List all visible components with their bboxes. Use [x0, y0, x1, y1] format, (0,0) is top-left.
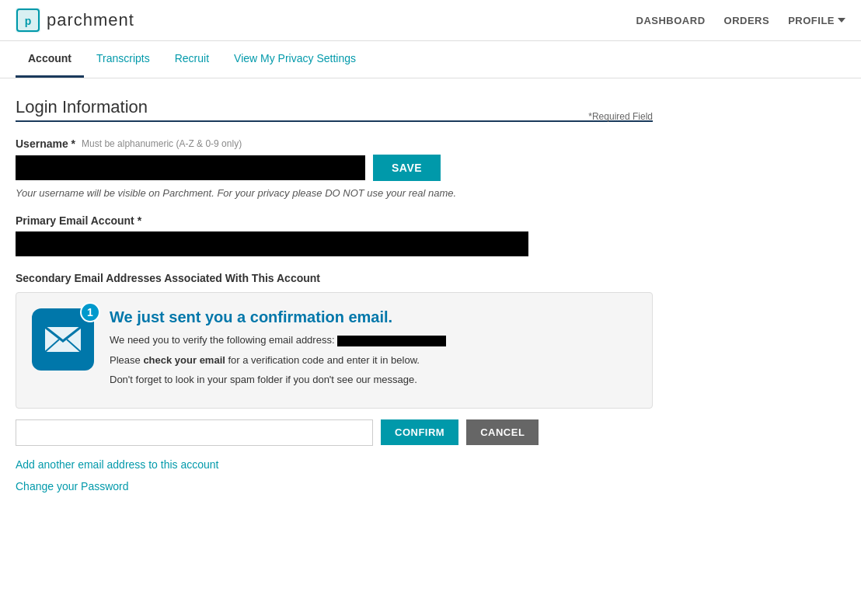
nav-profile[interactable]: PROFILE	[788, 15, 845, 26]
email-icon	[44, 324, 82, 355]
username-label: Username * Must be alphanumeric (A-Z & 0…	[16, 137, 653, 150]
nav-dashboard[interactable]: DASHBOARD	[636, 15, 706, 26]
primary-email-label: Primary Email Account *	[16, 214, 653, 227]
main-content: Login Information *Required Field Userna…	[0, 78, 668, 520]
confirmation-line2: Please check your email for a verificati…	[110, 353, 446, 368]
privacy-note: Your username will be visible on Parchme…	[16, 187, 653, 199]
subnav-privacy[interactable]: View My Privacy Settings	[221, 41, 368, 78]
profile-dropdown-arrow	[838, 18, 845, 23]
add-email-link[interactable]: Add another email address to this accoun…	[16, 458, 653, 471]
save-button[interactable]: SAVE	[373, 155, 441, 181]
confirmation-text: We just sent you a confirmation email. W…	[110, 308, 446, 392]
username-row: SAVE	[16, 155, 653, 181]
username-field-group: Username * Must be alphanumeric (A-Z & 0…	[16, 137, 653, 199]
username-input[interactable]	[16, 155, 365, 180]
confirmation-line1: We need you to verify the following emai…	[110, 332, 446, 348]
confirmation-line3: Don't forget to look in your spam folder…	[110, 372, 446, 388]
sub-navigation: Account Transcripts Recruit View My Priv…	[0, 41, 861, 78]
verification-code-input[interactable]	[16, 419, 373, 446]
nav-orders[interactable]: ORDERS	[724, 15, 770, 26]
subnav-account[interactable]: Account	[16, 41, 84, 78]
login-section: Login Information *Required Field Userna…	[16, 97, 653, 256]
logo: p parchment	[16, 8, 134, 33]
change-password-link[interactable]: Change your Password	[16, 480, 653, 492]
verify-row: CONFIRM CANCEL	[16, 419, 653, 446]
secondary-email-label: Secondary Email Addresses Associated Wit…	[16, 272, 653, 284]
top-nav: DASHBOARD ORDERS PROFILE	[636, 15, 845, 26]
cancel-button[interactable]: CANCEL	[466, 419, 539, 445]
confirmation-box: 1 We just sent you a confirmation email.…	[16, 292, 653, 409]
primary-email-field-group: Primary Email Account *	[16, 214, 653, 256]
redacted-email	[337, 336, 446, 346]
secondary-email-section: Secondary Email Addresses Associated Wit…	[16, 272, 653, 446]
confirm-button[interactable]: CONFIRM	[381, 419, 458, 445]
subnav-recruit[interactable]: Recruit	[162, 41, 221, 78]
email-icon-wrapper: 1	[32, 308, 94, 371]
email-badge: 1	[80, 302, 100, 322]
primary-email-input[interactable]	[16, 231, 528, 256]
header: p parchment DASHBOARD ORDERS PROFILE	[0, 0, 861, 41]
logo-text: parchment	[47, 10, 134, 30]
confirmation-heading: We just sent you a confirmation email.	[110, 308, 446, 326]
username-hint: Must be alphanumeric (A-Z & 0-9 only)	[82, 138, 242, 149]
logo-icon: p	[16, 8, 40, 33]
subnav-transcripts[interactable]: Transcripts	[84, 41, 162, 78]
svg-text:p: p	[25, 15, 32, 27]
